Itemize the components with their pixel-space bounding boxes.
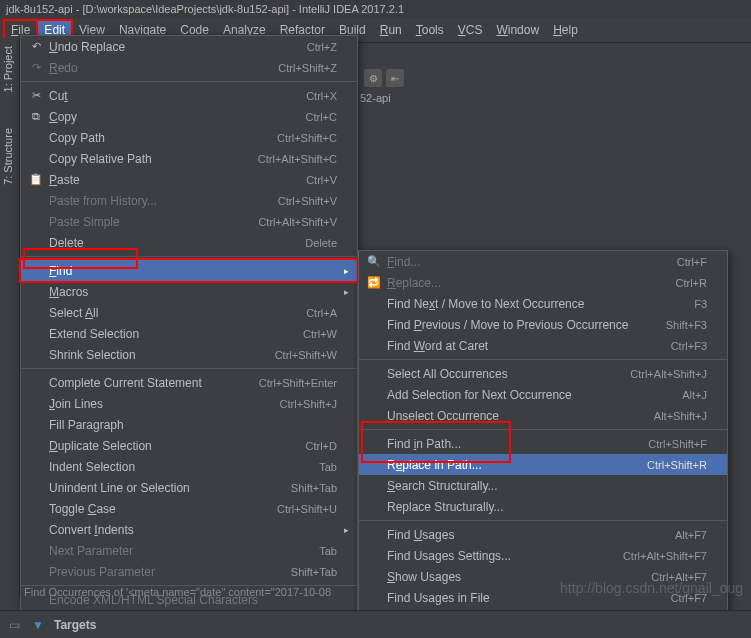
shortcut: Ctrl+V <box>296 174 337 186</box>
toolbar: ⚙ ⇤ <box>360 64 751 92</box>
targets-label: Targets <box>54 618 96 632</box>
find-item-find-in-path[interactable]: Find in Path...Ctrl+Shift+F <box>359 433 727 454</box>
find-item-replace-in-path[interactable]: Replace in Path...Ctrl+Shift+R <box>359 454 727 475</box>
side-tabs: 1: Project 7: Structure <box>0 38 20 598</box>
edit-item-join-lines[interactable]: Join LinesCtrl+Shift+J <box>21 393 357 414</box>
edit-item-find[interactable]: Find▸ <box>21 260 357 281</box>
menu-label: Replace Structurally... <box>383 500 697 514</box>
menu-vcs[interactable]: VCS <box>451 20 490 40</box>
menu-label: Shrink Selection <box>45 348 265 362</box>
menu-label: Select All <box>45 306 296 320</box>
separator <box>21 368 357 369</box>
edit-item-cut[interactable]: ✂CutCtrl+X <box>21 85 357 106</box>
menu-label: Indent Selection <box>45 460 309 474</box>
find-item-unselect-occurrence[interactable]: Unselect OccurrenceAlt+Shift+J <box>359 405 727 426</box>
shortcut: Ctrl+C <box>296 111 337 123</box>
edit-item-extend-selection[interactable]: Extend SelectionCtrl+W <box>21 323 357 344</box>
menu-label: Undo Replace <box>45 40 297 54</box>
shortcut: Ctrl+Shift+Z <box>268 62 337 74</box>
edit-item-previous-parameter: Previous ParameterShift+Tab <box>21 561 357 582</box>
edit-item-unindent-line-or-selection[interactable]: Unindent Line or SelectionShift+Tab <box>21 477 357 498</box>
icon-4: ⧉ <box>27 110 45 123</box>
shortcut: Ctrl+Alt+Shift+C <box>248 153 337 165</box>
find-item-replace-structurally[interactable]: Replace Structurally... <box>359 496 727 517</box>
status-bar: Find Occurrences of '<meta name="date" c… <box>20 584 751 600</box>
edit-item-select-all[interactable]: Select AllCtrl+A <box>21 302 357 323</box>
menu-label: Cut <box>45 89 296 103</box>
collapse-icon[interactable]: ⇤ <box>386 69 404 87</box>
edit-item-indent-selection[interactable]: Indent SelectionTab <box>21 456 357 477</box>
edit-item-duplicate-selection[interactable]: Duplicate SelectionCtrl+D <box>21 435 357 456</box>
menu-label: Copy Relative Path <box>45 152 248 166</box>
edit-item-delete[interactable]: DeleteDelete <box>21 232 357 253</box>
shortcut: Ctrl+Shift+J <box>270 398 337 410</box>
shortcut: Ctrl+Alt+Shift+J <box>620 368 707 380</box>
menu-label: Unindent Line or Selection <box>45 481 281 495</box>
gear-icon[interactable]: ⚙ <box>364 69 382 87</box>
edit-item-paste-from-history: Paste from History...Ctrl+Shift+V <box>21 190 357 211</box>
shortcut: Ctrl+F <box>667 256 707 268</box>
menu-tools[interactable]: Tools <box>409 20 451 40</box>
filter-icon[interactable]: ▼ <box>30 617 46 633</box>
icon-1: ↷ <box>27 61 45 74</box>
window-icon[interactable]: ▭ <box>6 617 22 633</box>
find-item-select-all-occurrences[interactable]: Select All OccurrencesCtrl+Alt+Shift+J <box>359 363 727 384</box>
structure-tab[interactable]: 7: Structure <box>0 120 16 193</box>
edit-item-copy-relative-path[interactable]: Copy Relative PathCtrl+Alt+Shift+C <box>21 148 357 169</box>
edit-item-toggle-case[interactable]: Toggle CaseCtrl+Shift+U <box>21 498 357 519</box>
separator <box>359 429 727 430</box>
menu-label: Delete <box>45 236 295 250</box>
menu-label: Next Parameter <box>45 544 309 558</box>
menu-label: Find in Path... <box>383 437 638 451</box>
menu-label: Find Word at Caret <box>383 339 661 353</box>
edit-item-macros[interactable]: Macros▸ <box>21 281 357 302</box>
shortcut: Tab <box>309 545 337 557</box>
edit-item-copy-path[interactable]: Copy PathCtrl+Shift+C <box>21 127 357 148</box>
find-item-find-previous-move-to-previous-occurrence[interactable]: Find Previous / Move to Previous Occurre… <box>359 314 727 335</box>
icon-1: 🔁 <box>365 276 383 289</box>
menu-label: Join Lines <box>45 397 270 411</box>
icon-0: 🔍 <box>365 255 383 268</box>
edit-item-paste-simple: Paste SimpleCtrl+Alt+Shift+V <box>21 211 357 232</box>
title-bar: jdk-8u152-api - [D:\workspace\IdeaProjec… <box>0 0 751 18</box>
separator <box>359 520 727 521</box>
find-submenu-dropdown: 🔍Find...Ctrl+F🔁Replace...Ctrl+RFind Next… <box>358 250 728 638</box>
edit-item-undo-replace[interactable]: ↶Undo ReplaceCtrl+Z <box>21 36 357 57</box>
find-item-find-usages[interactable]: Find UsagesAlt+F7 <box>359 524 727 545</box>
menu-label: Search Structurally... <box>383 479 697 493</box>
icon-0: ↶ <box>27 40 45 53</box>
find-item-find: 🔍Find...Ctrl+F <box>359 251 727 272</box>
menu-run[interactable]: Run <box>373 20 409 40</box>
find-item-find-word-at-caret[interactable]: Find Word at CaretCtrl+F3 <box>359 335 727 356</box>
shortcut: Alt+Shift+J <box>644 410 707 422</box>
find-item-search-structurally[interactable]: Search Structurally... <box>359 475 727 496</box>
edit-item-shrink-selection[interactable]: Shrink SelectionCtrl+Shift+W <box>21 344 357 365</box>
find-item-find-next-move-to-next-occurrence[interactable]: Find Next / Move to Next OccurrenceF3 <box>359 293 727 314</box>
menu-help[interactable]: Help <box>546 20 585 40</box>
shortcut: Ctrl+R <box>666 277 707 289</box>
menu-label: Select All Occurrences <box>383 367 620 381</box>
shortcut: Ctrl+Shift+W <box>265 349 337 361</box>
menu-window[interactable]: Window <box>489 20 546 40</box>
edit-item-fill-paragraph[interactable]: Fill Paragraph <box>21 414 357 435</box>
find-item-find-usages-settings[interactable]: Find Usages Settings...Ctrl+Alt+Shift+F7 <box>359 545 727 566</box>
submenu-arrow-icon: ▸ <box>337 266 349 276</box>
shortcut: Ctrl+Alt+F7 <box>641 571 707 583</box>
edit-item-copy[interactable]: ⧉CopyCtrl+C <box>21 106 357 127</box>
menu-label: Find Usages <box>383 528 665 542</box>
find-item-add-selection-for-next-occurrence[interactable]: Add Selection for Next OccurrenceAlt+J <box>359 384 727 405</box>
edit-item-complete-current-statement[interactable]: Complete Current StatementCtrl+Shift+Ent… <box>21 372 357 393</box>
menu-label: Replace... <box>383 276 666 290</box>
project-tab[interactable]: 1: Project <box>0 38 16 100</box>
shortcut: Alt+J <box>672 389 707 401</box>
shortcut: Shift+Tab <box>281 566 337 578</box>
shortcut: Ctrl+Shift+Enter <box>249 377 337 389</box>
menu-label: Extend Selection <box>45 327 293 341</box>
shortcut: Ctrl+Z <box>297 41 337 53</box>
edit-item-paste[interactable]: 📋PasteCtrl+V <box>21 169 357 190</box>
edit-item-convert-indents[interactable]: Convert Indents▸ <box>21 519 357 540</box>
separator <box>359 359 727 360</box>
shortcut: Alt+F7 <box>665 529 707 541</box>
menu-label: Paste <box>45 173 296 187</box>
submenu-arrow-icon: ▸ <box>337 525 349 535</box>
